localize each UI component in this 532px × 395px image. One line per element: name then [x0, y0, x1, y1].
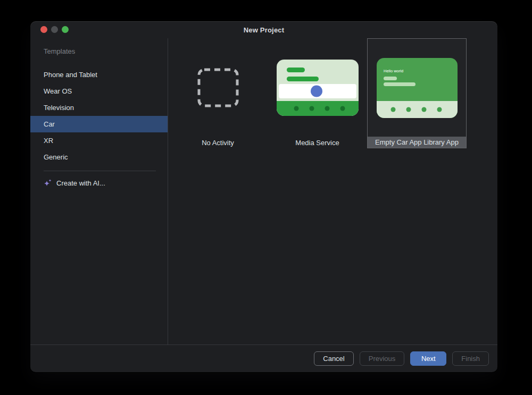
- template-tile-no-activity[interactable]: No Activity: [168, 38, 268, 148]
- sidebar-list: Phone and Tablet Wear OS Television Car …: [30, 66, 168, 165]
- sidebar-item-generic[interactable]: Generic: [30, 149, 168, 165]
- dialog-title: New Project: [244, 26, 285, 34]
- sidebar-item-label: XR: [44, 137, 53, 145]
- sidebar-item-label: Car: [44, 120, 55, 128]
- template-tiles-row: No Activity: [168, 38, 497, 148]
- template-tile-empty-car-app[interactable]: Hello world Empty Car App Library App: [367, 38, 467, 148]
- template-label-selected: Empty Car App Library App: [368, 137, 466, 148]
- sidebar-item-label: Phone and Tablet: [44, 71, 97, 79]
- cancel-button[interactable]: Cancel: [314, 351, 353, 366]
- sidebar-item-label: Wear OS: [44, 87, 72, 95]
- sidebar-item-television[interactable]: Television: [30, 99, 168, 116]
- empty-car-app-preview: Hello world: [368, 39, 466, 137]
- new-project-dialog: New Project Templates Phone and Tablet W…: [30, 21, 497, 372]
- create-with-ai-label: Create with AI...: [56, 179, 105, 187]
- minimize-button[interactable]: [51, 26, 58, 33]
- sidebar-item-phone-and-tablet[interactable]: Phone and Tablet: [30, 66, 168, 83]
- sidebar-item-xr[interactable]: XR: [30, 132, 168, 149]
- create-with-ai-item[interactable]: Create with AI...: [30, 175, 168, 191]
- template-gallery: No Activity: [168, 38, 497, 344]
- no-activity-preview: [168, 38, 268, 137]
- dialog-footer: Cancel Previous Next Finish: [30, 344, 497, 372]
- media-service-card-icon: [277, 60, 359, 116]
- traffic-lights: [40, 26, 69, 33]
- templates-sidebar: Templates Phone and Tablet Wear OS Telev…: [30, 38, 168, 344]
- finish-button[interactable]: Finish: [452, 351, 489, 366]
- dashed-square-icon: [197, 68, 239, 107]
- sidebar-item-car[interactable]: Car: [30, 116, 168, 132]
- car-app-card-icon: Hello world: [377, 58, 458, 118]
- sidebar-divider: [44, 171, 156, 171]
- close-button[interactable]: [40, 26, 47, 33]
- sidebar-header: Templates: [30, 47, 168, 56]
- dialog-content: Templates Phone and Tablet Wear OS Telev…: [30, 38, 497, 344]
- zoom-button[interactable]: [62, 26, 69, 33]
- previous-button[interactable]: Previous: [360, 351, 405, 366]
- next-button[interactable]: Next: [410, 351, 446, 366]
- sidebar-item-label: Generic: [44, 153, 68, 161]
- sidebar-item-wear-os[interactable]: Wear OS: [30, 83, 168, 99]
- sidebar-item-label: Television: [44, 104, 74, 112]
- ai-sparkle-icon: [43, 179, 52, 188]
- hello-world-text: Hello world: [384, 69, 403, 73]
- template-label: Media Service: [268, 137, 367, 148]
- titlebar: New Project: [30, 21, 497, 38]
- template-tile-media-service[interactable]: Media Service: [268, 38, 367, 148]
- template-label: No Activity: [168, 137, 268, 148]
- media-service-preview: [268, 38, 367, 137]
